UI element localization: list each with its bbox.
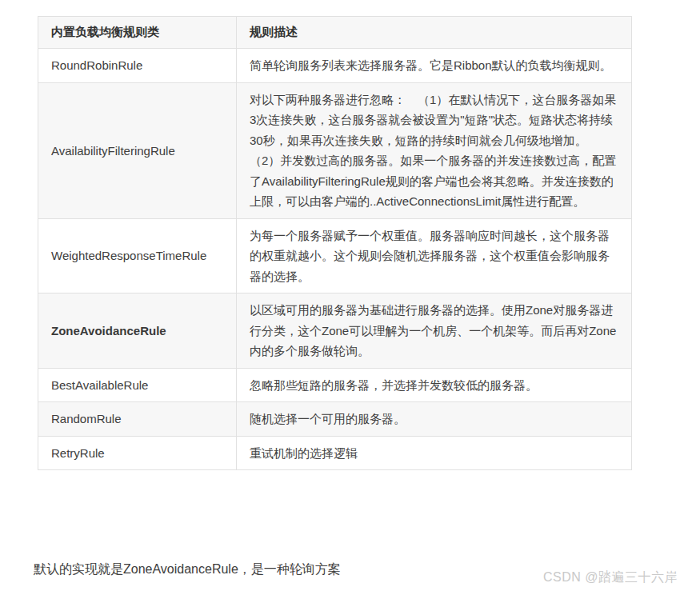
table-row-bestavailablerule: BestAvailableRule 忽略那些短路的服务器，并选择并发数较低的服务… (38, 368, 632, 402)
rule-description: 以区域可用的服务器为基础进行服务器的选择。使用Zone对服务器进行分类，这个Zo… (237, 294, 632, 369)
blog-content-area: 内置负载均衡规则类 规则描述 RoundRobinRule 简单轮询服务列表来选… (0, 0, 700, 595)
csdn-watermark: CSDN @踏遍三十六岸 (543, 569, 678, 586)
rule-name: WeightedResponseTimeRule (38, 218, 237, 294)
table-row-roundrobinrule: RoundRobinRule 简单轮询服务列表来选择服务器。它是Ribbon默认… (38, 49, 632, 83)
table-row-availabilityfilteringrule: AvailabilityFilteringRule 对以下两种服务器进行忽略： … (38, 82, 632, 218)
load-balancing-rules-table: 内置负载均衡规则类 规则描述 RoundRobinRule 简单轮询服务列表来选… (38, 16, 632, 470)
header-rule-description: 规则描述 (237, 17, 632, 49)
rule-description: 重试机制的选择逻辑 (237, 436, 632, 470)
table-row-zoneavoidancerule: ZoneAvoidanceRule 以区域可用的服务器为基础进行服务器的选择。使… (38, 294, 632, 369)
table-row-retryrule: RetryRule 重试机制的选择逻辑 (38, 436, 632, 470)
rule-name: RetryRule (38, 436, 237, 470)
header-rule-class: 内置负载均衡规则类 (38, 17, 237, 49)
rule-name: ZoneAvoidanceRule (38, 294, 237, 369)
table-row-weightedresponsetimerule: WeightedResponseTimeRule 为每一个服务器赋予一个权重值。… (38, 218, 632, 294)
rule-description: 对以下两种服务器进行忽略： （1）在默认情况下，这台服务器如果3次连接失败，这台… (237, 82, 632, 218)
default-implementation-note: 默认的实现就是ZoneAvoidanceRule，是一种轮询方案 (34, 561, 341, 578)
rule-name: RoundRobinRule (38, 49, 237, 83)
rule-description: 为每一个服务器赋予一个权重值。服务器响应时间越长，这个服务器的权重就越小。这个规… (237, 218, 632, 294)
table-row-randomrule: RandomRule 随机选择一个可用的服务器。 (38, 402, 632, 437)
rule-name: RandomRule (38, 402, 237, 437)
rule-description: 忽略那些短路的服务器，并选择并发数较低的服务器。 (237, 368, 632, 402)
rule-description: 简单轮询服务列表来选择服务器。它是Ribbon默认的负载均衡规则。 (237, 49, 632, 83)
table-header-row: 内置负载均衡规则类 规则描述 (38, 17, 632, 49)
rule-description: 随机选择一个可用的服务器。 (237, 402, 632, 437)
rule-name: BestAvailableRule (38, 368, 237, 402)
rule-name: AvailabilityFilteringRule (38, 82, 237, 218)
